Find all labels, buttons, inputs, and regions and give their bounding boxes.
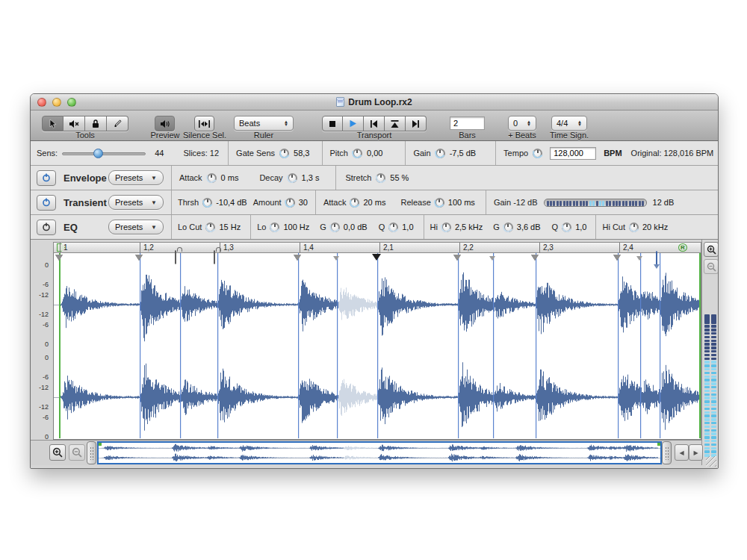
arrow-tool-button[interactable] xyxy=(42,116,63,131)
waveform-display[interactable] xyxy=(53,253,701,440)
go-to-start-button[interactable] xyxy=(364,116,385,131)
minimize-button[interactable] xyxy=(52,98,61,107)
bars-input[interactable]: 2 xyxy=(450,116,485,130)
play-button[interactable] xyxy=(343,116,364,131)
level-meter-segment xyxy=(704,444,710,446)
eq-lo-knob[interactable] xyxy=(270,223,279,232)
eq-q1-knob[interactable] xyxy=(388,223,398,232)
transient-power-button[interactable] xyxy=(37,195,56,211)
resize-grip[interactable] xyxy=(706,456,716,467)
transient-meter-segment xyxy=(586,201,588,206)
ruler-units-value: Beats xyxy=(239,119,260,128)
loop-overview[interactable] xyxy=(97,441,662,464)
eq-q2-knob[interactable] xyxy=(562,223,571,232)
beat-ruler[interactable]: R 11,21,31,42,12,22,32,4 xyxy=(53,242,701,253)
preview-button[interactable] xyxy=(155,116,175,131)
close-button[interactable] xyxy=(37,98,46,107)
slice-marker-tri-sm[interactable] xyxy=(489,256,495,261)
overview-left-handle[interactable] xyxy=(87,441,96,464)
eq-power-button[interactable] xyxy=(37,220,56,235)
db-tick-label: -6 xyxy=(43,414,49,421)
stepper-arrows-icon: ▲▼ xyxy=(279,120,288,126)
eq-presets-dropdown[interactable]: Presets▼ xyxy=(108,220,164,234)
transient-meter-segment xyxy=(547,201,549,206)
transient-meter-segment xyxy=(622,201,624,206)
env-attack-knob[interactable] xyxy=(207,173,217,183)
amount-knob[interactable] xyxy=(285,198,295,208)
slice-marker-tri-sm[interactable] xyxy=(333,256,339,261)
title-bar[interactable]: Drum Loop.rx2 xyxy=(31,94,718,111)
eq-g1-knob[interactable] xyxy=(330,223,340,232)
stop-button[interactable] xyxy=(322,116,343,131)
zoom-button[interactable] xyxy=(67,98,76,107)
plus-beats-label: + Beats xyxy=(499,131,545,140)
env-decay-knob[interactable] xyxy=(288,173,297,183)
envelope-power-button[interactable] xyxy=(37,170,56,186)
gain-knob[interactable] xyxy=(436,149,445,158)
ruler-tick-label: 1,4 xyxy=(303,243,314,252)
silence-selection-button[interactable] xyxy=(194,116,214,131)
slice-marker-tri[interactable] xyxy=(294,255,301,261)
go-to-end-button[interactable] xyxy=(406,116,427,131)
transient-meter-segment xyxy=(583,201,585,206)
overview-right-handle[interactable] xyxy=(662,441,672,464)
slice-marker-tri[interactable] xyxy=(55,255,63,261)
slice-marker-tri[interactable] xyxy=(613,255,621,261)
envelope-presets-dropdown[interactable]: Presets▼ xyxy=(108,170,164,185)
release-knob[interactable] xyxy=(435,198,444,208)
overview-canvas[interactable] xyxy=(99,443,660,463)
ruler-units-dropdown[interactable]: Beats ▲▼ xyxy=(234,116,294,131)
presets-label: Presets xyxy=(115,173,143,182)
scroll-right-button[interactable]: ▶ xyxy=(689,444,703,461)
hicut-knob[interactable] xyxy=(629,223,639,232)
slider-thumb[interactable] xyxy=(93,149,103,158)
transient-meter-segment xyxy=(606,201,608,206)
slice-marker-lock[interactable] xyxy=(214,250,215,264)
thrsh-knob[interactable] xyxy=(202,198,212,208)
slice-marker-tri-dark[interactable] xyxy=(372,254,381,261)
transient-meter-segment xyxy=(635,201,637,206)
vertical-zoom-in-button[interactable] xyxy=(704,242,719,257)
trans-attack-knob[interactable] xyxy=(350,198,359,208)
go-to-top-button[interactable] xyxy=(385,116,406,131)
trans-attack-label: Attack xyxy=(323,198,347,207)
scroll-left-button[interactable]: ◀ xyxy=(675,444,689,461)
lock-tool-button[interactable] xyxy=(85,116,107,131)
transient-gain-meter[interactable] xyxy=(544,199,647,207)
mute-tool-button[interactable] xyxy=(63,116,85,131)
horizontal-zoom-in-button[interactable] xyxy=(49,444,66,461)
right-locator-flag[interactable]: R xyxy=(678,243,687,252)
tempo-knob[interactable] xyxy=(533,149,542,158)
pitch-knob[interactable] xyxy=(353,149,362,158)
gate-sens-knob[interactable] xyxy=(279,149,289,158)
eq-g2-knob[interactable] xyxy=(503,223,513,232)
eq-g1-label: G xyxy=(320,223,326,231)
transient-presets-dropdown[interactable]: Presets▼ xyxy=(108,195,164,210)
eq-hi-knob[interactable] xyxy=(441,223,451,232)
locut-knob[interactable] xyxy=(205,223,215,232)
slice-marker-tri[interactable] xyxy=(531,255,539,261)
time-signature-stepper[interactable]: 4/4 ▲▼ xyxy=(551,116,587,131)
level-meter-segment xyxy=(704,325,710,327)
env-stretch-value: 55 % xyxy=(390,173,409,182)
env-stretch-knob[interactable] xyxy=(376,173,385,183)
transient-meter-segment xyxy=(550,201,552,206)
level-meter-segment xyxy=(711,396,716,399)
vertical-zoom-out-button[interactable] xyxy=(704,259,719,274)
slice-marker-tri-sm[interactable] xyxy=(636,256,642,261)
sens-slider[interactable] xyxy=(62,149,146,158)
db-tick-label: -6 xyxy=(43,281,49,288)
presets-label: Presets xyxy=(115,223,143,231)
tempo-input[interactable]: 128,000 xyxy=(550,147,596,160)
horizontal-zoom-out-button[interactable] xyxy=(69,444,85,461)
slice-marker-lock[interactable] xyxy=(175,250,176,264)
pencil-tool-button[interactable] xyxy=(107,116,128,131)
slice-marker-lane[interactable] xyxy=(53,253,701,265)
level-meter-segment xyxy=(704,422,710,424)
waveform-canvas[interactable] xyxy=(54,253,701,438)
slice-marker-tri-sel[interactable] xyxy=(656,251,657,265)
slice-marker-tri[interactable] xyxy=(453,255,461,261)
right-side-strip xyxy=(701,240,719,465)
plus-beats-stepper[interactable]: 0 ▲▼ xyxy=(508,116,536,131)
slice-marker-tri[interactable] xyxy=(135,255,143,261)
